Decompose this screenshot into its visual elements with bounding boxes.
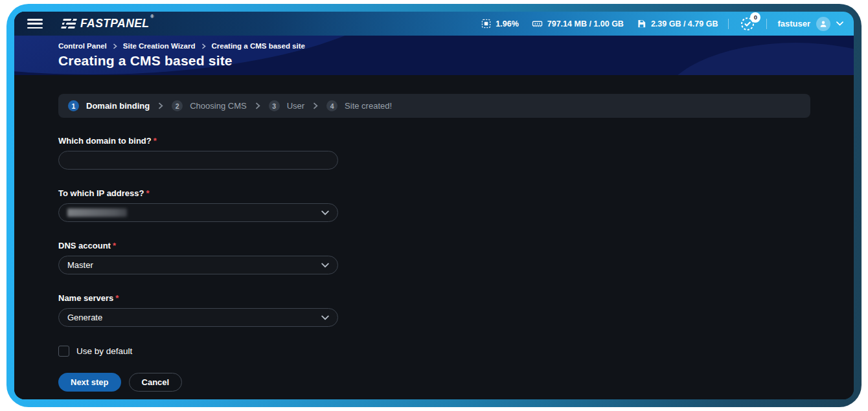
registered-mark: ® — [150, 14, 154, 19]
breadcrumb-current-page: Creating a CMS based site — [212, 42, 305, 50]
chevron-down-icon — [321, 263, 329, 268]
window-frame: FASTPANEL® 1.96% 797. — [6, 4, 862, 407]
redacted-ip-value — [67, 208, 127, 217]
nameservers-field-group: Name servers* Generate — [58, 293, 338, 327]
equalizer-logo-icon — [61, 19, 77, 28]
dns-field-label: DNS account* — [58, 241, 338, 250]
step-number-badge: 3 — [269, 100, 280, 111]
wizard-step-site-created[interactable]: 4 Site created! — [326, 100, 392, 111]
notifications-count-badge: 0 — [750, 12, 760, 23]
topbar-divider — [728, 19, 729, 29]
use-by-default-checkbox[interactable]: Use by default — [58, 346, 132, 357]
dns-selected-value: Master — [67, 260, 93, 270]
step-chevron-icon — [255, 102, 260, 109]
fastpanel-logo[interactable]: FASTPANEL® — [62, 17, 153, 30]
step-chevron-icon — [158, 102, 163, 109]
domain-field-group: Which domain to bind?* — [58, 136, 338, 170]
wizard-steps-bar: 1 Domain binding 2 Choosing CMS 3 User — [58, 94, 810, 118]
next-step-button[interactable]: Next step — [58, 373, 121, 392]
main-content: 1 Domain binding 2 Choosing CMS 3 User — [14, 75, 854, 399]
ip-select[interactable] — [58, 203, 338, 222]
required-asterisk: * — [115, 293, 119, 303]
step-chevron-icon — [313, 102, 318, 109]
breadcrumb: Control Panel Site Creation Wizard Creat… — [58, 42, 854, 50]
checkbox-label: Use by default — [76, 346, 132, 356]
step-number-badge: 1 — [68, 100, 79, 111]
cpu-value: 1.96% — [496, 19, 518, 28]
disk-icon — [637, 19, 646, 28]
breadcrumb-control-panel[interactable]: Control Panel — [58, 42, 107, 50]
ram-value: 797.14 MB / 1.00 GB — [547, 19, 624, 28]
domain-field-label: Which domain to bind?* — [58, 136, 338, 146]
menu-hamburger-icon[interactable] — [27, 19, 43, 28]
breadcrumb-separator-icon — [201, 43, 206, 49]
wizard-step-choosing-cms[interactable]: 2 Choosing CMS — [172, 100, 246, 111]
domain-input[interactable] — [58, 151, 338, 170]
disk-value: 2.39 GB / 4.79 GB — [651, 19, 718, 28]
logo-text: FASTPANEL® — [80, 17, 153, 30]
ram-icon — [532, 19, 543, 28]
ip-field-label: To which IP address?* — [58, 188, 338, 198]
avatar — [816, 17, 830, 31]
cpu-stat[interactable]: 1.96% — [481, 19, 518, 28]
app-window: FASTPANEL® 1.96% 797. — [14, 12, 854, 399]
required-asterisk: * — [154, 136, 157, 146]
dns-account-select[interactable]: Master — [58, 256, 338, 274]
user-menu[interactable]: fastuser — [777, 17, 843, 31]
chevron-down-icon — [836, 21, 843, 26]
required-asterisk: * — [113, 241, 116, 250]
cancel-button[interactable]: Cancel — [129, 373, 183, 392]
ip-field-group: To which IP address?* — [58, 188, 338, 222]
chevron-down-icon — [321, 210, 329, 216]
step-number-badge: 2 — [172, 100, 183, 111]
wizard-step-domain-binding[interactable]: 1 Domain binding — [68, 100, 150, 111]
page-header: Control Panel Site Creation Wizard Creat… — [14, 36, 854, 75]
resource-stats: 1.96% 797.14 MB / 1.00 GB — [481, 19, 718, 28]
breadcrumb-site-creation-wizard[interactable]: Site Creation Wizard — [123, 42, 196, 50]
nameservers-selected-value: Generate — [67, 313, 102, 322]
wizard-step-user[interactable]: 3 User — [269, 100, 304, 111]
disk-stat[interactable]: 2.39 GB / 4.79 GB — [637, 19, 718, 28]
topbar-divider — [766, 19, 767, 29]
page-title: Creating a CMS based site — [58, 53, 854, 69]
notifications-button[interactable]: 0 — [739, 16, 756, 32]
dns-field-group: DNS account* Master — [58, 241, 338, 274]
domain-binding-form: Which domain to bind?* To which IP addre… — [58, 136, 810, 399]
step-number-badge: 4 — [326, 100, 337, 111]
chevron-down-icon — [321, 315, 329, 320]
nameservers-select[interactable]: Generate — [58, 308, 338, 327]
required-asterisk: * — [146, 188, 149, 198]
form-actions: Next step Cancel — [58, 373, 810, 399]
topbar: FASTPANEL® 1.96% 797. — [14, 12, 854, 36]
username-label: fastuser — [777, 19, 810, 28]
ram-stat[interactable]: 797.14 MB / 1.00 GB — [532, 19, 624, 28]
checkbox-box[interactable] — [58, 346, 69, 357]
breadcrumb-separator-icon — [113, 43, 117, 49]
nameservers-field-label: Name servers* — [58, 293, 338, 303]
cpu-icon — [481, 19, 491, 28]
person-icon — [819, 19, 828, 28]
